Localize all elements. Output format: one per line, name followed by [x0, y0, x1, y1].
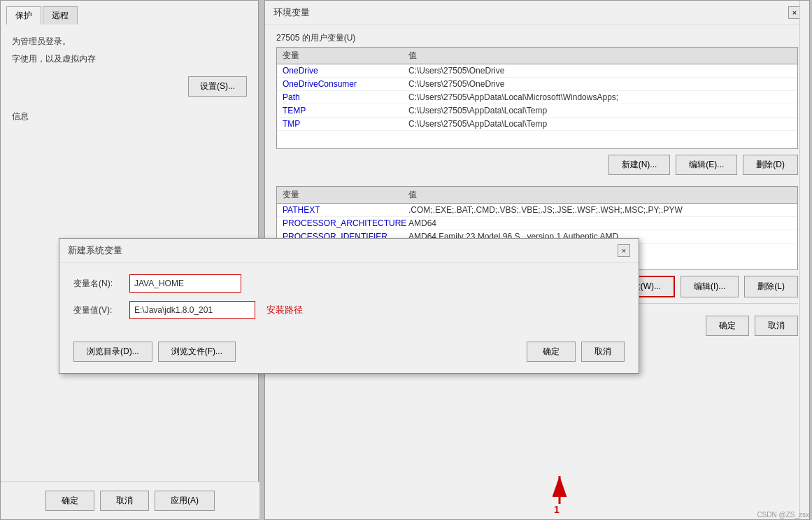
- browse-dir-button[interactable]: 浏览目录(D)...: [73, 342, 152, 362]
- dialog-titlebar: 新建系统变量 ×: [59, 239, 639, 263]
- user-table-header: 变量 值: [277, 48, 797, 64]
- user-var-table: 变量 值 OneDrive C:\Users\27505\OneDrive On…: [276, 47, 798, 149]
- table-row[interactable]: TMP C:\Users\27505\AppData\Local\Temp: [277, 118, 797, 131]
- cancel-button-env[interactable]: 取消: [755, 316, 798, 336]
- table-row[interactable]: OneDrive C:\Users\27505\OneDrive: [277, 64, 797, 78]
- arrow-svg: [539, 469, 580, 511]
- tab-protect[interactable]: 保护: [6, 6, 41, 24]
- var-value-row: 变量值(V): 安装路径: [73, 301, 625, 319]
- sys-header-var-value: 值: [408, 189, 792, 201]
- table-row[interactable]: Path C:\Users\27505\AppData\Local\Micros…: [277, 91, 797, 104]
- info-text-2: 字使用，以及虚拟内存: [12, 53, 247, 65]
- var-value-label: 变量值(V):: [73, 304, 129, 316]
- dialog-right-buttons: 确定 取消: [527, 342, 625, 362]
- table-row[interactable]: TEMP C:\Users\27505\AppData\Local\Temp: [277, 104, 797, 118]
- watermark: CSDN @ZS_zsx: [757, 511, 809, 519]
- env-window-titlebar: 环境变量 ×: [265, 1, 809, 25]
- user-section-title: 27505 的用户变量(U): [265, 25, 809, 47]
- sys-table-header: 变量 值: [277, 187, 797, 204]
- user-table-body: OneDrive C:\Users\27505\OneDrive OneDriv…: [277, 64, 797, 148]
- dialog-title: 新建系统变量: [68, 244, 122, 257]
- var-name-input[interactable]: [129, 274, 241, 293]
- arrow-label: 1: [554, 504, 560, 515]
- delete-sys-var-button[interactable]: 删除(L): [744, 276, 798, 297]
- install-path-hint: 安装路径: [266, 304, 303, 316]
- env-scrollbar[interactable]: [799, 1, 809, 519]
- table-row[interactable]: OneDriveConsumer C:\Users\27505\OneDrive: [277, 78, 797, 91]
- sys-panel-bottom-buttons: 确定 取消 应用(A): [1, 482, 259, 519]
- ok-button-sys[interactable]: 确定: [45, 491, 94, 511]
- ok-button-env[interactable]: 确定: [706, 316, 749, 336]
- user-action-buttons: 新建(N)... 编辑(E)... 删除(D): [265, 149, 809, 181]
- browse-file-button[interactable]: 浏览文件(F)...: [158, 342, 236, 362]
- var-name-label: 变量名(N):: [73, 278, 129, 290]
- var-name-row: 变量名(N):: [73, 274, 625, 293]
- env-window-title: 环境变量: [273, 6, 310, 19]
- header-var-name: 变量: [283, 50, 408, 62]
- table-row[interactable]: PATHEXT .COM;.EXE;.BAT;.CMD;.VBS;.VBE;.J…: [277, 204, 797, 217]
- dialog-left-buttons: 浏览目录(D)... 浏览文件(F)...: [73, 342, 236, 362]
- tab-row: 保护 远程: [1, 1, 258, 24]
- cancel-button-sys[interactable]: 取消: [100, 491, 149, 511]
- apply-button-sys[interactable]: 应用(A): [155, 491, 215, 511]
- delete-user-var-button[interactable]: 删除(D): [743, 155, 798, 175]
- info-label: 信息: [12, 111, 247, 122]
- var-value-input[interactable]: [129, 301, 255, 319]
- info-text-1: 为管理员登录。: [12, 36, 247, 48]
- header-var-value: 值: [408, 50, 792, 62]
- dialog-close-button[interactable]: ×: [618, 244, 630, 257]
- edit-sys-var-button[interactable]: 编辑(I)...: [681, 276, 739, 297]
- cancel-button-dialog[interactable]: 取消: [581, 342, 625, 362]
- new-var-dialog: 新建系统变量 × 变量名(N): 变量值(V): 安装路径 浏览目录(D)...…: [59, 238, 639, 374]
- dialog-body: 变量名(N): 变量值(V): 安装路径: [59, 263, 639, 339]
- edit-user-var-button[interactable]: 编辑(E)...: [676, 155, 737, 175]
- tab-remote[interactable]: 远程: [43, 6, 78, 24]
- settings-button[interactable]: 设置(S)...: [188, 76, 247, 97]
- sys-header-var-name: 变量: [283, 189, 408, 201]
- arrow-indicator: 1: [539, 469, 580, 513]
- new-user-var-button[interactable]: 新建(N)...: [608, 155, 671, 175]
- table-row[interactable]: PROCESSOR_ARCHITECTURE AMD64: [277, 217, 797, 230]
- ok-button-dialog[interactable]: 确定: [527, 342, 576, 362]
- dialog-footer: 浏览目录(D)... 浏览文件(F)... 确定 取消: [59, 339, 639, 373]
